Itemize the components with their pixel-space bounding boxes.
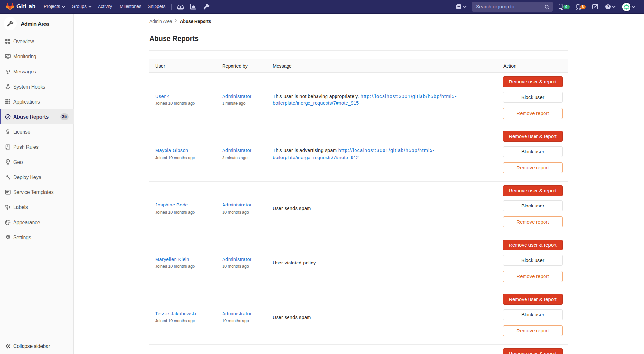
svg-text:?: ? (607, 5, 609, 8)
